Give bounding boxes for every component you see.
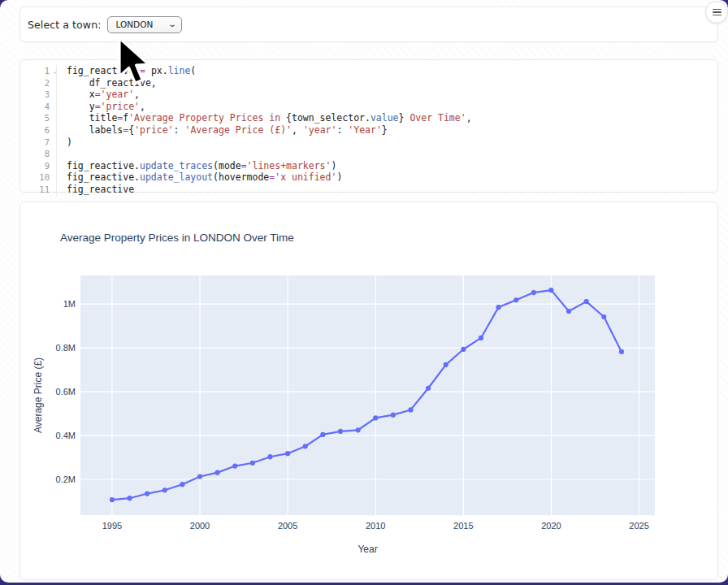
code-line[interactable]: 2 df_reactive, <box>20 77 717 89</box>
x-tick-label: 2020 <box>541 521 561 531</box>
chevron-down-icon: ⌄ <box>167 20 177 28</box>
code-text: title=f'Average Property Prices in {town… <box>56 112 717 124</box>
code-text: fig_reactive.update_traces(mode='lines+m… <box>56 160 717 172</box>
data-point-marker <box>250 461 255 466</box>
data-point-marker <box>601 314 606 319</box>
code-line[interactable]: 6 labels={'price': 'Average Price (£)', … <box>20 124 717 136</box>
line-number: 9 <box>20 160 56 172</box>
x-tick-label: 2000 <box>190 521 210 531</box>
fold-chevron-icon[interactable]: ⌄ <box>53 66 57 78</box>
data-point-marker <box>110 497 115 502</box>
data-point-marker <box>267 454 272 459</box>
line-number: 2 <box>20 77 56 89</box>
data-point-marker <box>408 407 413 412</box>
x-axis-title: Year <box>358 544 377 555</box>
code-lines-container: 1⌄fig_reactive = px.line(2 df_reactive,3… <box>20 65 717 196</box>
property-price-line-chart: Average Property Prices in LONDON Over T… <box>20 202 717 579</box>
y-axis-title: Average Price (£) <box>32 358 44 433</box>
cell-town-selector: Select a town: LONDON ⌄ <box>20 6 718 42</box>
cell-chart-output: Average Property Prices in LONDON Over T… <box>20 202 718 580</box>
town-dropdown[interactable]: LONDON ⌄ <box>107 16 182 33</box>
y-tick-label: 1M <box>63 299 76 309</box>
data-point-marker <box>373 415 378 420</box>
line-number: 7 <box>20 136 56 149</box>
town-selector-label: Select a town: <box>28 19 101 31</box>
data-point-marker <box>232 463 237 468</box>
y-tick-label: 0.6M <box>56 387 76 396</box>
line-number: 8 <box>20 148 56 160</box>
line-number: 4 <box>20 101 56 113</box>
code-text <box>56 148 717 160</box>
notebook-page: Select a town: LONDON ⌄ 1⌄fig_reactive =… <box>0 0 728 583</box>
data-point-marker <box>566 309 571 314</box>
code-line[interactable]: 10fig_reactive.update_layout(hovermode='… <box>20 171 717 184</box>
data-point-marker <box>180 482 184 487</box>
data-point-marker <box>145 491 150 496</box>
data-point-marker <box>391 413 396 418</box>
data-point-marker <box>197 474 202 479</box>
data-point-marker <box>461 347 466 352</box>
code-text: labels={'price': 'Average Price (£)', 'y… <box>56 124 717 136</box>
code-text: y='price', <box>56 101 717 113</box>
data-point-marker <box>303 444 308 448</box>
x-tick-label: 1995 <box>102 521 122 531</box>
data-point-marker <box>285 451 290 456</box>
chart-title: Average Property Prices in LONDON Over T… <box>60 232 294 244</box>
cell-code-editor[interactable]: 1⌄fig_reactive = px.line(2 df_reactive,3… <box>20 59 718 193</box>
data-point-marker <box>496 305 500 310</box>
code-text: fig_reactive.update_layout(hovermode='x … <box>56 171 717 184</box>
code-text: fig_reactive = px.line( <box>56 65 717 77</box>
data-point-marker <box>338 429 343 434</box>
data-point-marker <box>479 336 483 340</box>
hamburger-icon <box>713 7 722 18</box>
y-tick-label: 0.4M <box>56 431 76 440</box>
data-point-marker <box>215 470 220 475</box>
data-point-marker <box>320 432 325 437</box>
code-line[interactable]: 11fig_reactive <box>20 184 717 196</box>
code-line[interactable]: 4 y='price', <box>20 101 717 113</box>
town-dropdown-value: LONDON <box>115 20 153 29</box>
line-number: 1⌄ <box>20 65 56 77</box>
data-point-marker <box>127 496 132 500</box>
line-number: 11 <box>20 184 56 196</box>
data-point-marker <box>356 427 361 432</box>
line-number: 10 <box>20 171 56 184</box>
data-point-marker <box>531 290 536 295</box>
code-line[interactable]: 1⌄fig_reactive = px.line( <box>20 65 717 77</box>
x-tick-label: 2015 <box>453 521 473 531</box>
code-line[interactable]: 8 <box>20 148 717 160</box>
code-text: x='year', <box>56 89 717 101</box>
data-point-marker <box>584 299 589 304</box>
line-number: 5 <box>20 112 56 124</box>
line-number: 3 <box>20 89 56 101</box>
code-line[interactable]: 9fig_reactive.update_traces(mode='lines+… <box>20 160 717 172</box>
data-point-marker <box>619 349 624 354</box>
code-line[interactable]: 5 title=f'Average Property Prices in {to… <box>20 112 717 124</box>
code-text: df_reactive, <box>56 77 717 89</box>
data-point-marker <box>162 488 167 492</box>
code-line[interactable]: 3 x='year', <box>20 89 717 101</box>
data-point-marker <box>514 297 518 302</box>
data-point-marker <box>444 362 448 367</box>
data-point-marker <box>426 386 431 391</box>
line-number: 6 <box>20 124 56 136</box>
code-line[interactable]: 7) <box>20 136 717 149</box>
x-tick-label: 2025 <box>629 521 648 531</box>
x-tick-label: 2010 <box>366 521 385 531</box>
code-text: ) <box>56 136 717 149</box>
y-tick-label: 0.2M <box>56 474 76 484</box>
y-tick-label: 0.8M <box>56 343 76 353</box>
menu-button[interactable] <box>705 1 728 24</box>
code-text: fig_reactive <box>56 184 717 196</box>
data-point-marker <box>548 288 553 292</box>
x-tick-label: 2005 <box>278 521 297 531</box>
